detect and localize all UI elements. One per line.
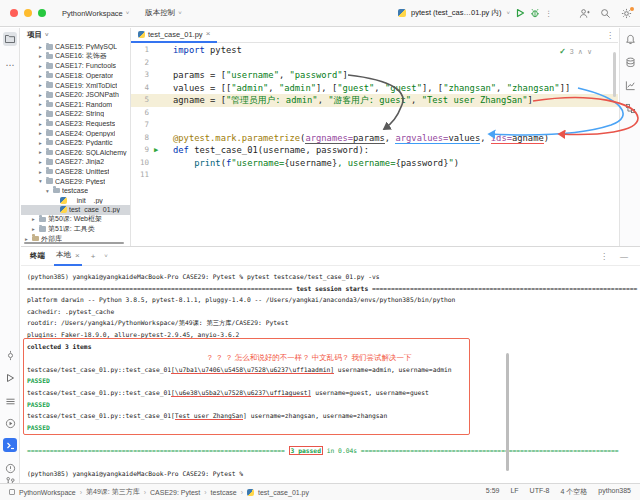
terminal-options-icon[interactable]: ⋮ — [600, 252, 608, 261]
more-run-options-icon[interactable]: ⋮ — [545, 9, 553, 18]
breadcrumb-item[interactable]: PythonWorkspace — [19, 489, 76, 496]
inspections-widget[interactable]: ✓ 3 ∧ ∨ — [559, 47, 592, 56]
tree-item[interactable]: ▸CASE26: SQLAlchemy — [21, 148, 130, 158]
structure-icon[interactable] — [624, 102, 637, 115]
debug-button[interactable] — [530, 8, 540, 18]
code-area[interactable]: 1import pytest23params = ["username", "p… — [131, 44, 618, 246]
chevron-collapsed-icon[interactable]: ▸ — [37, 92, 44, 98]
chevron-collapsed-icon[interactable]: ▸ — [37, 140, 44, 146]
tree-item[interactable]: ▸CASE15: PyMySQL — [21, 42, 130, 52]
breadcrumb-item[interactable]: test_case_01.py — [258, 489, 309, 496]
terminal-panel-title[interactable]: 终端 — [30, 251, 45, 261]
code-line: 1import pytest — [131, 44, 618, 57]
terminal-tab-local[interactable]: 本地 × — [54, 247, 82, 266]
code-with-me-icon[interactable] — [579, 8, 590, 19]
commit-tool-icon[interactable] — [3, 348, 17, 362]
breadcrumb-item[interactable]: CASE29: Pytest — [150, 489, 200, 496]
tree-item[interactable]: ▸CASE27: Jinja2 — [21, 157, 130, 167]
project-menu[interactable]: PythonWorkspace ˅ — [62, 9, 129, 18]
tree-item[interactable]: ▸CASE22: String — [21, 109, 130, 119]
tree-item[interactable]: ▸CASE21: Random — [21, 100, 130, 110]
chevron-collapsed-icon[interactable]: ▸ — [37, 63, 44, 69]
tree-item[interactable]: ▸CASE18: Operator — [21, 71, 130, 81]
chevron-collapsed-icon[interactable]: ▸ — [37, 82, 44, 88]
tree-item[interactable]: ▸CASE23: Requests — [21, 119, 130, 129]
tree-item[interactable]: ▸CASE28: Unittest — [21, 167, 130, 177]
chevron-collapsed-icon[interactable]: ▸ — [30, 226, 37, 232]
breadcrumb-item[interactable]: testcase — [211, 489, 237, 496]
prev-problem-icon[interactable]: ∧ — [578, 48, 583, 56]
horizontal-scrollbar[interactable] — [24, 242, 124, 245]
chevron-expanded-icon[interactable]: ▾ — [37, 178, 44, 184]
terminal-scrollbar[interactable] — [506, 353, 509, 471]
tree-item[interactable]: ▸CASE20: JSONPath — [21, 90, 130, 100]
chevron-collapsed-icon[interactable]: ▸ — [37, 111, 44, 117]
chevron-collapsed-icon[interactable]: ▸ — [37, 53, 44, 59]
tree-item[interactable]: ▸第50课: Web框架 — [21, 215, 130, 225]
chevron-collapsed-icon[interactable]: ▸ — [37, 159, 44, 165]
chevron-collapsed-icon[interactable]: ▸ — [37, 73, 44, 79]
run-button[interactable] — [515, 8, 525, 18]
code-line: 6 — [131, 107, 618, 120]
window-zoom-button[interactable] — [38, 9, 46, 17]
tree-item[interactable]: test_case_01.py — [21, 205, 130, 215]
services-tool-icon[interactable] — [3, 394, 17, 408]
editor-scrollbar[interactable] — [613, 52, 616, 97]
tree-item[interactable]: __init__.py — [21, 196, 130, 206]
run-tool-icon[interactable] — [3, 371, 17, 385]
search-icon[interactable] — [600, 8, 611, 19]
folder-icon — [46, 159, 53, 165]
notifications-icon[interactable] — [624, 33, 637, 46]
tree-item[interactable]: ▸第51课: 工具类 — [21, 224, 130, 234]
next-problem-icon[interactable]: ∨ — [587, 48, 592, 56]
terminal-line: (python385) yangkai@yangkaideMacBook-Pro… — [21, 271, 640, 283]
hide-terminal-icon[interactable]: — — [620, 252, 628, 261]
project-tool-icon[interactable] — [3, 32, 17, 46]
new-terminal-icon[interactable]: + — [91, 252, 96, 261]
window-close-button[interactable] — [10, 9, 18, 17]
status-item[interactable]: UTF-8 — [530, 487, 550, 497]
breadcrumb-item[interactable]: 第49课: 第三方库 — [86, 487, 140, 497]
folder-icon — [53, 188, 60, 194]
tree-item[interactable]: ▸CASE19: XmlToDict — [21, 80, 130, 90]
tree-item[interactable]: ▸CASE25: Pydantic — [21, 138, 130, 148]
window-minimize-button[interactable] — [24, 9, 32, 17]
chevron-collapsed-icon[interactable]: ▸ — [37, 169, 44, 175]
more-tool-windows-icon[interactable]: ⋯ — [3, 58, 17, 72]
plots-icon[interactable] — [624, 79, 637, 92]
chevron-collapsed-icon[interactable]: ▸ — [37, 130, 44, 136]
terminal-tool-icon[interactable] — [3, 438, 17, 452]
run-configuration[interactable]: pytest (test_cas…01.py 内) — [411, 8, 501, 18]
chevron-collapsed-icon[interactable]: ▸ — [23, 236, 30, 242]
status-item[interactable]: LF — [510, 487, 518, 497]
terminal-output[interactable]: (python385) yangkai@yangkaideMacBook-Pro… — [21, 267, 640, 483]
chevron-collapsed-icon[interactable]: ▸ — [37, 149, 44, 155]
project-panel-header[interactable]: 项目 ˅ — [21, 28, 130, 41]
chevron-expanded-icon[interactable]: ▾ — [44, 188, 51, 194]
tab-test-case-01[interactable]: test_case_01.py × — [131, 28, 217, 43]
database-icon[interactable] — [624, 56, 637, 69]
terminal-dropdown-icon[interactable]: ˅ — [104, 253, 108, 259]
status-item[interactable]: 4 个空格 — [560, 487, 587, 497]
tree-item-label: CASE24: Openpyxl — [55, 130, 115, 137]
chevron-collapsed-icon[interactable]: ▸ — [37, 121, 44, 127]
close-terminal-tab-icon[interactable]: × — [75, 251, 80, 260]
status-item[interactable]: python385 — [598, 487, 631, 497]
chevron-collapsed-icon[interactable]: ▸ — [37, 44, 44, 50]
run-test-icon[interactable]: ▶ — [149, 144, 163, 157]
tree-item[interactable]: ▸CASE17: Functools — [21, 61, 130, 71]
tab-options-icon[interactable]: ⋮ — [606, 31, 614, 40]
chevron-collapsed-icon[interactable]: ▸ — [30, 216, 37, 222]
chevron-collapsed-icon[interactable]: ▸ — [37, 101, 44, 107]
settings-gear-icon[interactable] — [621, 8, 632, 19]
profiler-tool-icon[interactable] — [3, 416, 17, 430]
tree-item[interactable]: ▾CASE29: Pytest — [21, 176, 130, 186]
close-tab-icon[interactable]: × — [206, 30, 211, 38]
tree-item[interactable]: ▸CASE24: Openpyxl — [21, 128, 130, 138]
status-item[interactable]: 5:59 — [486, 487, 500, 497]
folder-icon — [46, 150, 53, 156]
tree-item[interactable]: ▸CASE16: 装饰器 — [21, 52, 130, 62]
vcs-menu[interactable]: 版本控制 ˅ — [145, 8, 182, 18]
tree-item[interactable]: ▾testcase — [21, 186, 130, 196]
chevron-down-icon[interactable]: ˅ — [506, 10, 510, 16]
